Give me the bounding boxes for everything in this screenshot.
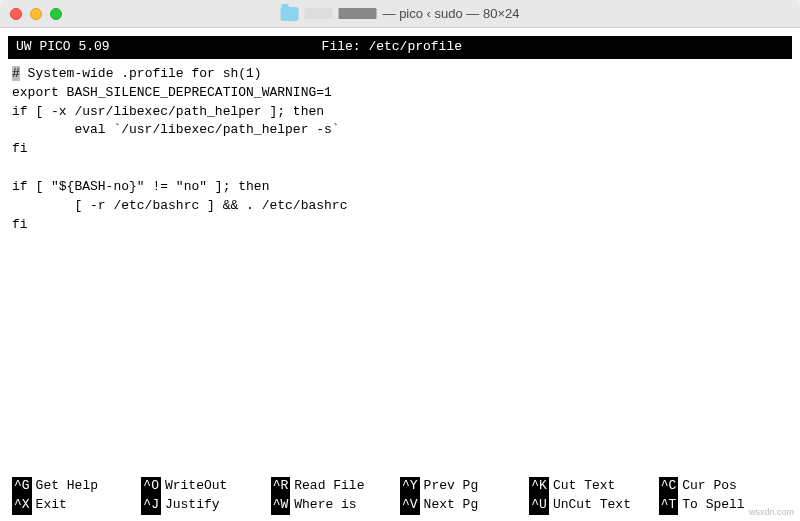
shortcut-label: Read File xyxy=(290,477,364,496)
keycap: ^O xyxy=(141,477,161,496)
shortcut-where-is[interactable]: ^WWhere is xyxy=(271,496,400,515)
shortcut-writeout[interactable]: ^OWriteOut xyxy=(141,477,270,496)
shortcut-label: To Spell xyxy=(678,496,744,515)
minimize-icon[interactable] xyxy=(30,8,42,20)
editor-file-label: File: /etc/profile xyxy=(110,38,784,57)
shortcut-cur-pos[interactable]: ^CCur Pos xyxy=(659,477,788,496)
shortcut-label: WriteOut xyxy=(161,477,227,496)
file-line: fi xyxy=(12,141,28,156)
close-icon[interactable] xyxy=(10,8,22,20)
watermark: wsxdn.com xyxy=(749,507,794,517)
file-line: if [ "${BASH-no}" != "no" ]; then xyxy=(12,179,269,194)
terminal-window: — pico ‹ sudo — 80×24 UW PICO 5.09 File:… xyxy=(0,0,800,521)
keycap: ^W xyxy=(271,496,291,515)
shortcut-justify[interactable]: ^JJustify xyxy=(141,496,270,515)
shortcut-label: Get Help xyxy=(32,477,98,496)
keycap: ^T xyxy=(659,496,679,515)
keycap: ^U xyxy=(529,496,549,515)
keycap: ^X xyxy=(12,496,32,515)
editor-shortcuts: ^GGet Help ^OWriteOut ^RRead File ^YPrev… xyxy=(0,477,800,521)
file-line: [ -r /etc/bashrc ] && . /etc/bashrc xyxy=(12,198,347,213)
keycap: ^V xyxy=(400,496,420,515)
keycap: ^J xyxy=(141,496,161,515)
cursor: # xyxy=(12,66,20,81)
keycap: ^G xyxy=(12,477,32,496)
keycap: ^Y xyxy=(400,477,420,496)
redacted-segment xyxy=(339,8,377,19)
window-titlebar[interactable]: — pico ‹ sudo — 80×24 xyxy=(0,0,800,28)
shortcut-row: ^GGet Help ^OWriteOut ^RRead File ^YPrev… xyxy=(12,477,788,496)
file-line: fi xyxy=(12,217,28,232)
folder-icon xyxy=(281,7,299,21)
shortcut-label: UnCut Text xyxy=(549,496,631,515)
traffic-lights xyxy=(10,8,62,20)
shortcut-label: Justify xyxy=(161,496,220,515)
shortcut-exit[interactable]: ^XExit xyxy=(12,496,141,515)
file-line: System-wide .profile for sh(1) xyxy=(20,66,262,81)
file-line: export BASH_SILENCE_DEPRECATION_WARNING=… xyxy=(12,85,332,100)
shortcut-label: Where is xyxy=(290,496,356,515)
redacted-segment xyxy=(305,8,333,19)
editor-body[interactable]: # System-wide .profile for sh(1) export … xyxy=(0,63,800,477)
shortcut-cut-text[interactable]: ^KCut Text xyxy=(529,477,658,496)
shortcut-uncut-text[interactable]: ^UUnCut Text xyxy=(529,496,658,515)
shortcut-row: ^XExit ^JJustify ^WWhere is ^VNext Pg ^U… xyxy=(12,496,788,515)
editor-status-bar: UW PICO 5.09 File: /etc/profile xyxy=(8,36,792,59)
file-line: if [ -x /usr/libexec/path_helper ]; then xyxy=(12,104,324,119)
shortcut-label: Next Pg xyxy=(420,496,479,515)
shortcut-label: Exit xyxy=(32,496,67,515)
shortcut-get-help[interactable]: ^GGet Help xyxy=(12,477,141,496)
keycap: ^K xyxy=(529,477,549,496)
keycap: ^C xyxy=(659,477,679,496)
title-text: — pico ‹ sudo — 80×24 xyxy=(383,6,520,21)
shortcut-label: Cut Text xyxy=(549,477,615,496)
shortcut-prev-pg[interactable]: ^YPrev Pg xyxy=(400,477,529,496)
file-line: eval `/usr/libexec/path_helper -s` xyxy=(12,122,340,137)
zoom-icon[interactable] xyxy=(50,8,62,20)
shortcut-label: Cur Pos xyxy=(678,477,737,496)
shortcut-label: Prev Pg xyxy=(420,477,479,496)
window-title: — pico ‹ sudo — 80×24 xyxy=(281,6,520,21)
shortcut-read-file[interactable]: ^RRead File xyxy=(271,477,400,496)
terminal-content[interactable]: UW PICO 5.09 File: /etc/profile # System… xyxy=(0,28,800,521)
editor-app-name: UW PICO 5.09 xyxy=(16,38,110,57)
keycap: ^R xyxy=(271,477,291,496)
shortcut-next-pg[interactable]: ^VNext Pg xyxy=(400,496,529,515)
